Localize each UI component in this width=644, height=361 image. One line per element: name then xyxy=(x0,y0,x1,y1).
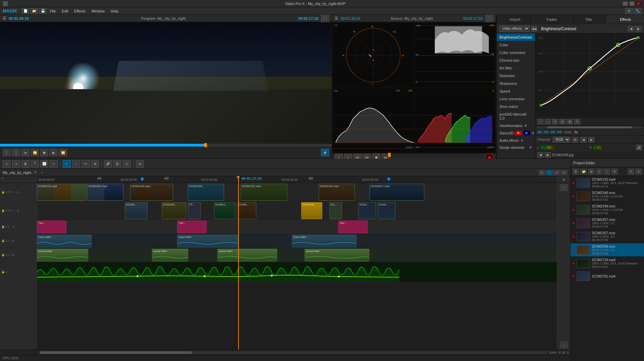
tl-split[interactable]: ✂ xyxy=(50,160,58,168)
stereo3d-blue[interactable]: B xyxy=(523,131,530,135)
tab-fades[interactable]: Fades xyxy=(534,15,571,24)
dcim-next[interactable]: ▶ xyxy=(545,152,551,158)
clip-v2-7[interactable]: DC... xyxy=(329,202,342,219)
zoom-in-button[interactable]: ⊞ xyxy=(562,351,565,354)
tl-redo[interactable]: ↪ xyxy=(12,160,20,168)
next-frame-button[interactable]: ⏩ xyxy=(59,149,67,156)
open-button[interactable]: 📂 xyxy=(31,8,38,14)
clip-sound-3[interactable]: sound WAV xyxy=(217,249,277,261)
tl-add-track[interactable]: + xyxy=(560,184,568,191)
clip-sound-1[interactable]: sound WAV xyxy=(37,249,88,261)
tl-text[interactable]: T xyxy=(31,160,39,168)
clip-v2-4[interactable]: DCIM12... xyxy=(214,202,235,219)
save-button[interactable]: 💾 xyxy=(39,8,47,14)
clip-v1-3[interactable]: DCIM2192.mp4 xyxy=(130,184,173,201)
tl-view-list[interactable]: ≡ xyxy=(546,170,553,175)
tl-view-compact[interactable]: ⊟ xyxy=(553,170,560,175)
effect-speed[interactable]: Speed xyxy=(497,87,535,95)
pf-import[interactable]: ⬇ xyxy=(573,169,579,175)
t2-down[interactable]: ↓ xyxy=(14,209,16,212)
tl-slip[interactable]: ⊞ xyxy=(91,160,99,168)
clip-v2-1[interactable]: DCIM2... xyxy=(125,202,148,219)
tab-title[interactable]: Title xyxy=(571,15,607,24)
video-effects-dropdown[interactable]: Video effects xyxy=(499,25,530,32)
pf-list[interactable]: ≡ xyxy=(596,169,602,175)
timeline-add[interactable]: + xyxy=(41,171,43,175)
tl-scroll-thumb[interactable] xyxy=(40,351,192,354)
prev-frame-button[interactable]: ⏮ xyxy=(21,149,30,156)
program-scrubber[interactable] xyxy=(0,144,332,146)
t4-up[interactable]: ↑ xyxy=(10,239,11,242)
t2-eye[interactable]: 👁 xyxy=(10,209,12,212)
tab-effects[interactable]: Effects xyxy=(607,15,644,24)
channel-btn3[interactable]: ▶ xyxy=(588,137,594,142)
effect-prodad[interactable]: proDAD Mercalli 2.0 xyxy=(497,111,535,122)
clip-title-3[interactable]: Title... xyxy=(338,221,368,233)
tl-undo[interactable]: ↩ xyxy=(3,160,11,168)
t3-solo[interactable]: S xyxy=(5,225,7,228)
effect-distortion[interactable]: Distortion xyxy=(497,72,535,80)
menu-edit[interactable]: Edit xyxy=(59,8,71,14)
effects-nav-back[interactable]: ◀◀ xyxy=(531,26,537,32)
t1-lock[interactable]: 🔒 xyxy=(1,191,5,194)
mark-in-button[interactable]: [ xyxy=(3,149,11,156)
clip-voice-2[interactable]: Voice.WAV xyxy=(177,235,238,247)
effects-nav-next[interactable]: ▶ xyxy=(635,26,641,32)
t6-mute[interactable]: O xyxy=(7,270,9,274)
t5-solo[interactable]: S xyxy=(5,253,7,256)
tl-trim[interactable]: ↔ xyxy=(72,160,80,168)
clip-title-1[interactable]: Title... xyxy=(37,221,66,233)
t2-mute[interactable]: O xyxy=(7,209,9,212)
t4-solo[interactable]: S xyxy=(5,239,7,242)
clip-sound-4[interactable]: sound WAV xyxy=(305,249,369,261)
mark-out-button[interactable]: ] xyxy=(12,149,20,156)
eff-paste[interactable]: ⊞ xyxy=(567,119,573,124)
effect-shot-match[interactable]: Shot match xyxy=(497,103,535,111)
clip-v1-7[interactable]: DCIM2817.mp4 xyxy=(370,184,424,201)
t5-lock[interactable]: 🔒 xyxy=(1,253,5,256)
clip-v2-2[interactable]: DCIM235... xyxy=(162,202,186,219)
pf-item-4[interactable]: DCIM2357.mov 3300 x 2200, 3:2 00:00:07:0… xyxy=(571,230,644,243)
pf-item-0[interactable]: DCIM2192.mp4 1920 x 1080, 16:9, 29.97 fr… xyxy=(571,176,644,190)
t4-mute[interactable]: O xyxy=(7,239,9,242)
tl-stretch[interactable]: ⊟ xyxy=(136,160,144,168)
pf-item-2[interactable]: DCIM2348.mov 2724 x 1048, 1:112745 00:00… xyxy=(571,203,644,217)
tl-delete[interactable]: 🗑 xyxy=(21,160,30,168)
stereo3d-arrow[interactable]: ▼ xyxy=(531,131,535,135)
t5-up[interactable]: ↑ xyxy=(10,253,11,256)
eff-undo[interactable]: ← xyxy=(537,119,543,124)
clip-sound-2[interactable]: sound WAV xyxy=(152,249,188,261)
pf-grid[interactable]: ⊞ xyxy=(588,169,595,175)
stereo3d-red[interactable]: R xyxy=(515,131,522,135)
pf-more[interactable]: ≡ xyxy=(635,169,642,175)
t3-lock[interactable]: 🔒 xyxy=(1,225,5,228)
menu-help[interactable]: Help xyxy=(108,8,121,14)
clip-v2-8[interactable]: DCIM... xyxy=(358,202,376,219)
tl-view-grid[interactable]: ⊞ xyxy=(539,170,545,175)
settings-icon[interactable]: ⚙ xyxy=(625,8,633,14)
tl-select[interactable]: ↖ xyxy=(63,160,71,168)
clip-title-2[interactable]: Title... xyxy=(177,221,207,233)
effects-nav-prev[interactable]: ◀ xyxy=(628,26,634,32)
stop-button[interactable]: ⏹ xyxy=(40,149,48,156)
clip-v2-9[interactable]: DCIM... xyxy=(378,202,395,219)
effect-chroma-key[interactable]: Chroma key xyxy=(497,57,535,64)
channel-btn1[interactable]: ⊞ xyxy=(572,137,578,142)
tl-object[interactable]: ⬜ xyxy=(40,160,48,168)
clip-v1-2[interactable]: DCIM1001.mp4 xyxy=(87,184,123,201)
t6-solo[interactable]: S xyxy=(5,270,7,274)
pf-close[interactable]: ✕ xyxy=(628,169,634,175)
audio-eff-arrow[interactable]: ▼ xyxy=(520,138,524,142)
tools-icon[interactable]: 🔧 xyxy=(634,8,641,14)
channel-btn2[interactable]: ◀ xyxy=(580,137,586,142)
clip-v1-6[interactable]: DCIM2192.mp4 xyxy=(319,184,355,201)
tl-ripple[interactable]: ↦ xyxy=(82,160,90,168)
tl-group[interactable]: ⊡ xyxy=(123,160,131,168)
pf-item-7[interactable]: DCIM2781.mp4 xyxy=(571,270,644,283)
t1-down[interactable]: ↓ xyxy=(14,191,16,194)
t5-mute[interactable]: O xyxy=(7,253,9,256)
timeline-close[interactable]: ✕ xyxy=(34,170,37,175)
clip-voice-3[interactable]: Voice.WAV xyxy=(292,235,357,247)
pf-sort[interactable]: ↕ xyxy=(603,169,610,175)
tl-view-expand[interactable]: ⊞ xyxy=(561,170,568,175)
